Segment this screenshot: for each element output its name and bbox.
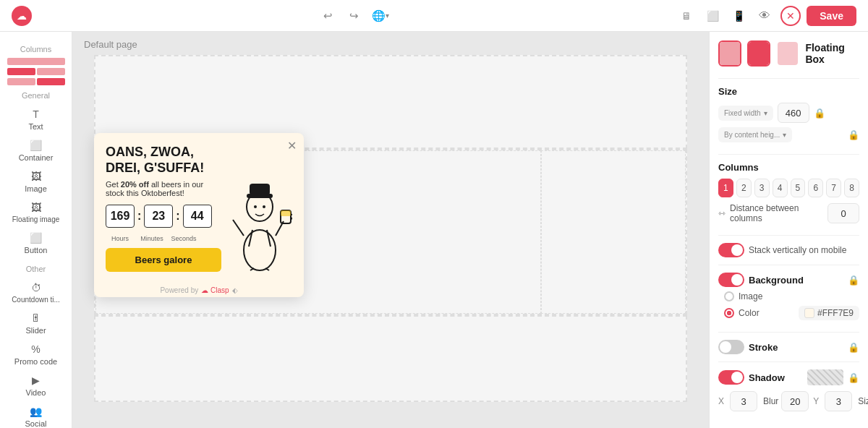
svg-point-6 <box>254 205 257 208</box>
col-btn-2[interactable]: 2 <box>736 179 752 197</box>
x-input[interactable] <box>730 391 757 411</box>
comp-thumb-3[interactable] <box>776 40 799 67</box>
image-radio-row: Image <box>724 291 859 301</box>
timer-seconds: 44 <box>183 205 212 228</box>
comp-thumb-1[interactable] <box>718 40 741 67</box>
divider-5 <box>718 332 859 333</box>
y-label: Y <box>813 396 822 406</box>
app-logo: ☁ <box>12 6 32 26</box>
divider-2 <box>718 154 859 155</box>
color-radio[interactable] <box>724 308 734 318</box>
slider-icon: 🎚 <box>31 312 41 324</box>
sidebar-item-text[interactable]: T Text <box>4 104 67 135</box>
close-button[interactable]: ✕ <box>780 6 801 26</box>
floating-image-icon: 🖼 <box>31 202 41 213</box>
col-btn-3[interactable]: 3 <box>754 179 770 197</box>
countdown-icon: ⏱ <box>31 282 41 294</box>
col-btn-5[interactable]: 5 <box>791 179 806 197</box>
save-button[interactable]: Save <box>807 6 856 26</box>
mobile-button[interactable]: 📱 <box>728 6 749 26</box>
column-preview-3[interactable] <box>7 78 65 85</box>
sidebar-item-video[interactable]: ▶ Video <box>4 370 67 401</box>
background-toggle[interactable] <box>718 273 744 287</box>
content-height-dropdown[interactable]: By content heig... ▾ <box>718 127 792 142</box>
desktop-button[interactable]: 🖥 <box>676 6 697 26</box>
shadow-xy-row: X Blur Y Size <box>718 391 859 411</box>
col-btn-4[interactable]: 4 <box>773 179 788 197</box>
stroke-label: Stroke <box>749 342 778 353</box>
stack-toggle[interactable] <box>718 243 744 257</box>
popup-close-button[interactable]: ✕ <box>287 139 297 153</box>
fixed-width-dropdown[interactable]: Fixed width ▾ <box>718 106 773 121</box>
shadow-section: Shadow 🔒 X Blur Y Size <box>718 369 859 411</box>
svg-rect-11 <box>281 210 291 216</box>
popup-timer: 169 : 23 : 44 <box>106 205 221 228</box>
canvas-bottom-section <box>94 315 687 402</box>
col-btn-6[interactable]: 6 <box>808 179 823 197</box>
image-radio[interactable] <box>724 291 734 301</box>
sidebar-item-image[interactable]: 🖼 Image <box>4 166 67 197</box>
topbar-center: ↩ ↪ 🌐 ▾ <box>318 6 391 26</box>
col-btn-1[interactable]: 1 <box>718 179 733 197</box>
right-panel: Floating Box Size Fixed width ▾ 🔒 By con… <box>709 32 868 428</box>
shadow-toggle[interactable] <box>718 370 744 385</box>
sidebar-item-button[interactable]: ⬜ Button <box>4 228 67 259</box>
minutes-label: Minutes <box>137 235 166 242</box>
canvas-mid-section: ✕ OANS, ZWOA, DREI, G'SUFFA! Get 20% off… <box>94 149 687 315</box>
blur-input[interactable] <box>781 391 809 411</box>
size-section: Size Fixed width ▾ 🔒 By content heig... … <box>718 86 859 142</box>
col-btn-7[interactable]: 7 <box>826 179 841 197</box>
width-value-input[interactable] <box>778 103 809 123</box>
svg-line-1 <box>249 230 252 247</box>
color-swatch[interactable]: #FFF7E9 <box>799 306 859 320</box>
shadow-toggle-knob <box>731 372 743 383</box>
svg-line-2 <box>267 230 271 247</box>
globe-button[interactable]: 🌐 ▾ <box>370 6 391 26</box>
stroke-toggle-knob <box>720 341 731 353</box>
size-shadow-label: Size <box>858 396 868 406</box>
sidebar-item-floating-image[interactable]: 🖼 Floating image <box>4 197 67 228</box>
sidebar-item-social[interactable]: 👥 Social <box>4 401 67 428</box>
hours-label: Hours <box>106 235 135 242</box>
color-label: Color <box>739 308 794 318</box>
columns-selector: 1 2 3 4 5 6 7 8 <box>718 179 859 197</box>
general-section-title: General <box>4 91 67 100</box>
undo-button[interactable]: ↩ <box>318 6 339 26</box>
component-type-selector: Floating Box <box>718 40 859 67</box>
popup-cta-button[interactable]: Beers galore <box>106 248 221 272</box>
svg-line-13 <box>265 268 269 270</box>
left-sidebar: Columns General T Text ⬜ Container � <box>0 32 72 428</box>
col-btn-8[interactable]: 8 <box>844 179 859 197</box>
columns-section: Columns 1 2 3 4 5 6 7 8 ⇿ Distance betwe… <box>718 162 859 223</box>
redo-button[interactable]: ↪ <box>344 6 365 26</box>
column-preview-1[interactable] <box>7 58 65 65</box>
columns-label: Columns <box>718 162 859 173</box>
preview-button[interactable]: 👁 <box>754 6 775 26</box>
sidebar-item-slider[interactable]: 🎚 Slider <box>4 308 67 339</box>
canvas-area: Default page ✕ OANS, ZWOA, DREI, G'SUFFA… <box>72 32 709 428</box>
canvas-mid-right <box>541 150 686 314</box>
y-input[interactable] <box>825 391 852 411</box>
columns-section-title: Columns <box>4 45 67 54</box>
tablet-button[interactable]: ⬜ <box>702 6 723 26</box>
comp-thumb-2[interactable] <box>747 40 770 67</box>
content-height-row: By content heig... ▾ 🔒 <box>718 127 859 142</box>
lock-icon-4: 🔒 <box>848 342 859 353</box>
timer-hours: 169 <box>106 205 135 228</box>
button-icon: ⬜ <box>30 232 42 244</box>
timer-sep-1: : <box>137 210 141 223</box>
color-radio-row: Color #FFF7E9 <box>724 306 859 320</box>
distance-input[interactable] <box>827 203 859 223</box>
stroke-row: Stroke 🔒 <box>718 340 859 354</box>
stroke-toggle[interactable] <box>718 340 744 354</box>
stack-row: Stack vertically on mobile <box>718 243 859 257</box>
column-preview-2[interactable] <box>7 68 65 75</box>
sidebar-item-countdown[interactable]: ⏱ Countdown ti... <box>4 278 67 308</box>
lock-icon-5: 🔒 <box>848 372 859 383</box>
divider-6 <box>718 361 859 362</box>
popup-title: OANS, ZWOA, DREI, G'SUFFA! <box>106 145 221 176</box>
sidebar-item-promo-code[interactable]: % Promo code <box>4 339 67 370</box>
popup-content: OANS, ZWOA, DREI, G'SUFFA! Get 20% off a… <box>94 133 304 283</box>
container-icon: ⬜ <box>30 140 42 151</box>
sidebar-item-container[interactable]: ⬜ Container <box>4 135 67 166</box>
